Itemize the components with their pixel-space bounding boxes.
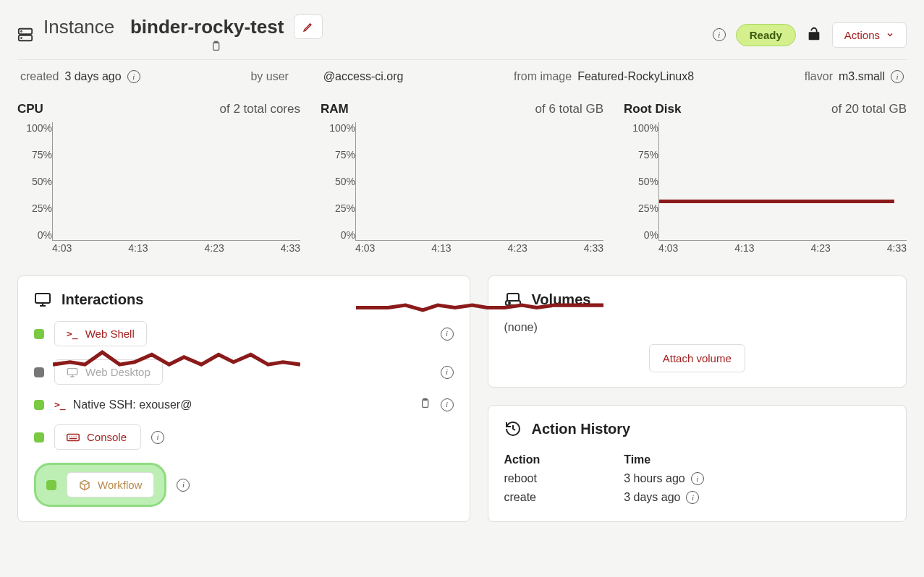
header-info-icon[interactable]: i — [713, 28, 726, 41]
edit-name-button[interactable] — [294, 14, 323, 39]
action-history-card: Action History Action Time reboot 3 hour… — [488, 405, 907, 522]
history-title: Action History — [532, 421, 631, 437]
copy-name-icon[interactable] — [210, 40, 221, 55]
workflow-button[interactable]: Workflow — [67, 472, 154, 497]
table-row: create 3 days agoi — [504, 488, 891, 507]
history-col-time: Time — [624, 450, 890, 469]
meta-image: from image Featured-RockyLinux8 — [514, 70, 694, 83]
history-col-action: Action — [504, 450, 624, 469]
meta-user: by user @access-ci.org — [250, 70, 403, 83]
workflow-highlight: Workflow — [34, 463, 166, 507]
chart-ram-title: RAM — [321, 102, 349, 116]
unlock-icon[interactable] — [806, 26, 822, 44]
created-info-icon[interactable]: i — [127, 70, 140, 83]
chart-cpu: CPU of 2 total cores 100% 75% 50% 25% 0% — [17, 102, 300, 254]
terminal-icon: >_ — [54, 399, 66, 410]
meta-created: created 3 days ago i — [20, 70, 140, 83]
chart-ram-subtitle: of 6 total GB — [535, 102, 604, 116]
flavor-info-icon[interactable]: i — [891, 70, 904, 83]
chart-ram: RAM of 6 total GB 100% 75% 50% 25% 0% — [321, 102, 603, 254]
svg-rect-5 — [35, 294, 50, 303]
chart-ram-line — [356, 122, 603, 369]
copy-ssh-icon[interactable] — [419, 398, 431, 411]
status-dot-on — [46, 480, 56, 490]
status-dot-off — [34, 367, 44, 377]
chart-disk-line — [659, 122, 907, 369]
status-dot-on — [34, 400, 44, 410]
status-dot-on — [34, 329, 44, 339]
chart-disk-subtitle: of 20 total GB — [831, 102, 907, 116]
status-dot-on — [34, 432, 44, 443]
instance-type-label: Instance — [43, 16, 114, 38]
native-ssh-text: Native SSH: exouser@ — [73, 398, 192, 411]
svg-point-2 — [21, 31, 22, 32]
chart-disk-title: Root Disk — [624, 102, 681, 116]
instance-name: binder-rocky-test — [130, 16, 284, 38]
charts-row: CPU of 2 total cores 100% 75% 50% 25% 0% — [17, 102, 907, 254]
chart-cpu-line — [53, 122, 300, 369]
server-icon — [17, 25, 33, 44]
chart-cpu-title: CPU — [17, 102, 43, 116]
meta-strip: created 3 days ago i by user @access-ci.… — [17, 59, 907, 102]
chart-cpu-subtitle: of 2 total cores — [219, 102, 300, 116]
history-row-info-icon[interactable]: i — [686, 491, 699, 504]
table-row: reboot 3 hours agoi — [504, 469, 891, 488]
status-badge: Ready — [736, 24, 796, 46]
cube-icon — [79, 479, 90, 491]
console-button[interactable]: Console — [54, 424, 141, 450]
history-row-info-icon[interactable]: i — [691, 472, 704, 485]
actions-label: Actions — [844, 29, 880, 41]
workflow-info-icon[interactable]: i — [177, 479, 190, 492]
pencil-icon — [302, 21, 314, 33]
svg-rect-8 — [67, 434, 80, 440]
chart-y-axis: 100% 75% 50% 25% 0% — [624, 122, 658, 252]
chart-y-axis: 100% 75% 50% 25% 0% — [321, 122, 355, 252]
svg-rect-7 — [422, 400, 428, 408]
interaction-console: Console i — [34, 424, 454, 450]
svg-point-3 — [21, 38, 22, 38]
svg-rect-4 — [213, 43, 219, 51]
chevron-down-icon — [886, 30, 894, 39]
meta-flavor: flavor m3.small i — [805, 70, 904, 83]
console-info-icon[interactable]: i — [151, 431, 164, 444]
monitor-icon — [34, 291, 51, 308]
chart-disk: Root Disk of 20 total GB 100% 75% 50% 25… — [624, 102, 907, 254]
page-header: Instance binder-rocky-test i Ready Actio… — [17, 14, 907, 55]
history-icon — [504, 420, 522, 437]
interaction-workflow-row: Workflow i — [34, 463, 454, 507]
keyboard-icon — [67, 433, 80, 442]
chart-y-axis: 100% 75% 50% 25% 0% — [17, 122, 52, 252]
interaction-native-ssh: >_ Native SSH: exouser@ i — [34, 398, 454, 411]
history-table: Action Time reboot 3 hours agoi create 3… — [504, 450, 891, 507]
actions-button[interactable]: Actions — [832, 22, 907, 48]
native-ssh-info-icon[interactable]: i — [441, 398, 454, 411]
